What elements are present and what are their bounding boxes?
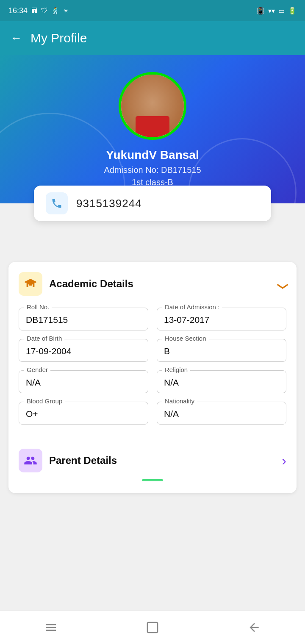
student-name: YukundV Bansal [106, 148, 199, 162]
top-nav: ← My Profile [0, 21, 305, 55]
religion-value: N/A [164, 378, 279, 388]
academic-icon-box [19, 272, 42, 296]
phone-icon-box [46, 192, 68, 214]
date-of-birth-field: Date of Birth 17-09-2004 [19, 339, 148, 362]
gender-value: N/A [26, 378, 141, 388]
academic-section-title: Academic Details [49, 278, 133, 290]
religion-field: Religion N/A [157, 370, 286, 393]
back-button[interactable]: ← [10, 32, 22, 44]
school-icon [24, 277, 37, 291]
house-section-field: House Section B [157, 339, 286, 362]
sim-icon: 🖬 [31, 7, 38, 14]
bluetooth-icon: ✴ [63, 7, 69, 15]
menu-button[interactable] [38, 615, 64, 640]
vibrate-icon: 📳 [256, 7, 265, 15]
gender-field: Gender N/A [19, 370, 148, 393]
back-nav-button[interactable] [241, 615, 267, 640]
parent-icon-box [19, 449, 42, 472]
dancer-icon: 🕺 [51, 7, 60, 15]
phone-icon [51, 197, 63, 209]
fields-grid: Roll No. DB171515 Date of Admission : 13… [19, 308, 286, 425]
svg-rect-0 [147, 622, 158, 633]
academic-details-card: Academic Details ⌵ Roll No. DB171515 Dat… [8, 262, 297, 493]
academic-chevron-icon[interactable]: ⌵ [276, 276, 288, 292]
admission-number: Admission No: DB171515 [104, 165, 201, 175]
religion-label: Religion [162, 366, 190, 373]
blood-group-label: Blood Group [24, 397, 65, 405]
avatar [119, 72, 186, 140]
roll-no-label: Roll No. [24, 303, 52, 311]
academic-section-header: Academic Details ⌵ [19, 272, 286, 296]
phone-number: 9315139244 [76, 197, 142, 210]
home-icon [146, 621, 159, 634]
house-section-label: House Section [162, 335, 209, 342]
bottom-nav [0, 610, 305, 644]
blood-group-field: Blood Group O+ [19, 402, 148, 425]
menu-icon [44, 621, 58, 634]
gender-label: Gender [24, 366, 50, 373]
date-of-birth-label: Date of Birth [24, 335, 64, 342]
academic-header-left: Academic Details [19, 272, 133, 296]
roll-no-field: Roll No. DB171515 [19, 308, 148, 330]
battery-icon: 🔋 [288, 7, 297, 15]
avatar-photo [121, 75, 184, 137]
status-left: 16:34 🖬 🛡 🕺 ✴ [8, 6, 69, 15]
parent-chevron-icon[interactable]: › [282, 453, 286, 469]
wifi-icon: ▾▾ [268, 7, 275, 15]
date-of-admission-value: 13-07-2017 [164, 315, 279, 325]
date-of-birth-value: 17-09-2004 [26, 346, 141, 356]
home-button[interactable] [140, 615, 165, 640]
house-section-value: B [164, 346, 279, 356]
parent-details-row[interactable]: Parent Details › [19, 445, 286, 476]
status-bar: 16:34 🖬 🛡 🕺 ✴ 📳 ▾▾ ▭ 🔋 [0, 0, 305, 21]
parent-section-title: Parent Details [49, 455, 117, 466]
green-line [142, 479, 163, 481]
shield-icon: 🛡 [41, 7, 48, 14]
status-time: 16:34 [8, 6, 28, 15]
phone-card: 9315139244 [34, 186, 271, 221]
roll-no-value: DB171515 [26, 315, 141, 325]
parent-icon [24, 454, 37, 467]
nationality-label: Nationality [162, 397, 197, 405]
date-of-admission-label: Date of Admission : [162, 303, 222, 311]
screen-icon: ▭ [278, 7, 285, 15]
status-right: 📳 ▾▾ ▭ 🔋 [256, 7, 297, 15]
divider [19, 435, 286, 435]
main-content: Academic Details ⌵ Roll No. DB171515 Dat… [0, 228, 305, 502]
nationality-value: N/A [164, 409, 279, 419]
parent-row-left: Parent Details [19, 449, 117, 472]
back-nav-icon [247, 621, 261, 634]
blood-group-value: O+ [26, 409, 141, 419]
date-of-admission-field: Date of Admission : 13-07-2017 [157, 308, 286, 330]
nationality-field: Nationality N/A [157, 402, 286, 425]
page-title: My Profile [30, 31, 87, 45]
